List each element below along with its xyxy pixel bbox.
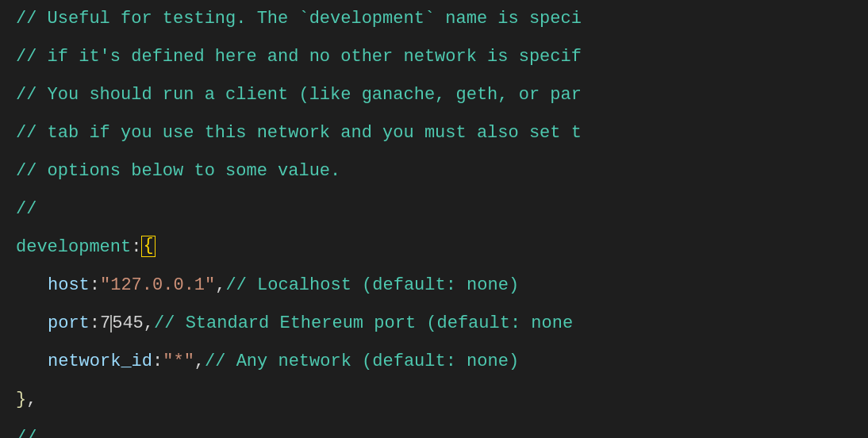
code-line-7: development: { <box>16 229 852 267</box>
comma-port: , <box>144 305 154 343</box>
comment-host: // Localhost (default: none) <box>225 267 519 305</box>
code-line-8: host: "127.0.0.1", // Localhost (default… <box>16 267 852 305</box>
code-line-11: }, <box>16 381 852 419</box>
value-host: "127.0.0.1" <box>100 267 215 305</box>
code-line-5: // options below to some value. <box>16 152 852 190</box>
comment-text-4: // tab if you use this network and you m… <box>16 114 582 152</box>
code-line-10: network_id: "*", // Any network (default… <box>16 343 852 381</box>
property-key-host: host <box>48 267 90 305</box>
colon-network-id: : <box>152 343 163 381</box>
code-line-1: // Useful for testing. The `development`… <box>16 0 852 38</box>
colon-development: : <box>131 229 141 267</box>
value-port-545: 545 <box>112 305 144 343</box>
value-network-id: "*" <box>163 343 194 381</box>
colon-host: : <box>90 267 100 305</box>
property-key-port: port <box>48 305 90 343</box>
code-line-12: // <box>16 419 852 438</box>
comma-host: , <box>215 267 225 305</box>
comma-network-id: , <box>194 343 205 381</box>
code-line-3: // You should run a client (like ganache… <box>16 76 852 114</box>
comment-text-12: // <box>16 419 36 438</box>
comment-port: // Standard Ethereum port (default: none <box>154 305 573 343</box>
code-line-6: // <box>16 190 852 229</box>
value-port-7: 7 <box>100 305 110 343</box>
property-key-network-id: network_id <box>48 343 152 381</box>
code-line-4: // tab if you use this network and you m… <box>16 114 852 152</box>
property-key-development: development <box>16 229 131 267</box>
comma-closing: , <box>26 381 36 419</box>
colon-port: : <box>90 305 100 343</box>
code-editor: // Useful for testing. The `development`… <box>0 0 868 438</box>
open-brace-development: { <box>141 236 155 256</box>
comment-text-2: // if it's defined here and no other net… <box>16 38 582 76</box>
comment-text-5: // options below to some value. <box>16 152 340 190</box>
comment-text-6: // <box>16 190 36 229</box>
code-line-9: port: 7545, // Standard Ethereum port (d… <box>16 305 852 343</box>
comment-network-id: // Any network (default: none) <box>205 343 519 381</box>
close-brace: } <box>16 381 26 419</box>
comment-text-1: // Useful for testing. The `development`… <box>16 0 582 38</box>
comment-text-3: // You should run a client (like ganache… <box>16 76 582 114</box>
code-line-2: // if it's defined here and no other net… <box>16 38 852 76</box>
